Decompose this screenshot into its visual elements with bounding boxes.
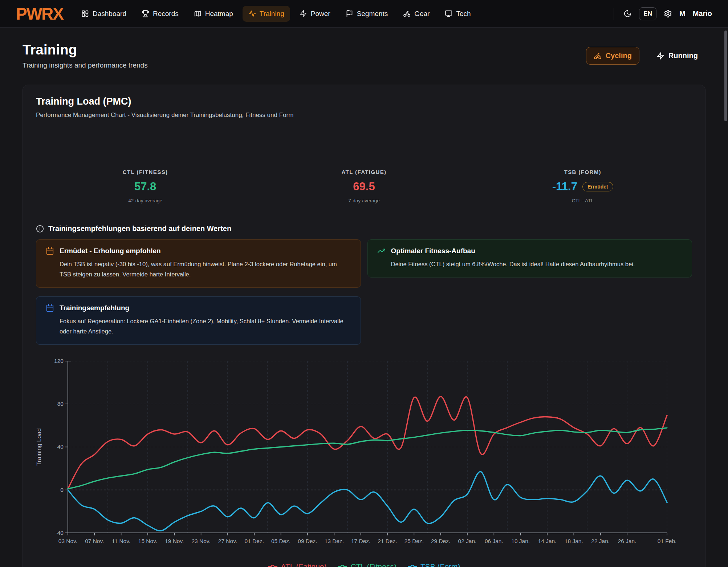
svg-text:07 Nov.: 07 Nov.: [85, 538, 104, 544]
main-content: Training Training insights and performan…: [0, 42, 728, 567]
svg-text:29 Dez.: 29 Dez.: [431, 538, 450, 544]
svg-text:120: 120: [54, 358, 64, 364]
running-button[interactable]: Running: [649, 47, 705, 65]
legend-item-tsb[interactable]: TSB (Form): [407, 562, 460, 567]
svg-text:09 Dez.: 09 Dez.: [298, 538, 317, 544]
legend-marker-icon: [268, 564, 278, 567]
card-title: Training Load (PMC): [36, 96, 692, 107]
trending-up-icon: [377, 247, 386, 255]
recommendation-card-training: Trainingsempfehlung Fokus auf Regenerati…: [36, 296, 361, 345]
svg-text:23 Nov.: 23 Nov.: [192, 538, 211, 544]
flag-icon: [346, 10, 353, 17]
rec-title: Optimaler Fitness-Aufbau: [391, 247, 475, 255]
legend-label: ATL (Fatigue): [281, 562, 326, 567]
main-nav: Dashboard Records Heatmap Training Power…: [76, 6, 477, 22]
nav-separator: [614, 8, 614, 20]
user-name: Mario: [693, 9, 712, 18]
monitor-icon: [445, 10, 452, 17]
legend-label: TSB (Form): [420, 562, 460, 567]
trophy-icon: [142, 10, 149, 17]
recommendations-grid: Ermüdet - Erholung empfohlen Dein TSB is…: [36, 239, 692, 345]
metric-ctl: CTL (FITNESS) 57.8 42-day average: [36, 169, 255, 203]
nav-item-segments[interactable]: Segments: [340, 6, 394, 22]
metric-label: ATL (FATIGUE): [255, 169, 473, 175]
running-label: Running: [668, 52, 698, 60]
theme-toggle-button[interactable]: [623, 9, 632, 18]
rec-body: Deine Fitness (CTL) steigt um 6.8%/Woche…: [391, 259, 678, 269]
pmc-chart-svg: 12080400-4003 Nov.07 Nov.11 Nov.15 Nov.1…: [36, 354, 692, 559]
nav-label: Gear: [414, 10, 430, 18]
language-switcher[interactable]: EN: [639, 7, 656, 20]
info-icon: [36, 225, 44, 233]
svg-text:05 Dez.: 05 Dez.: [271, 538, 290, 544]
metric-sub: 7-day average: [255, 198, 473, 203]
page-title: Training: [23, 42, 148, 58]
svg-text:11 Nov.: 11 Nov.: [112, 538, 130, 544]
nav-item-records[interactable]: Records: [136, 6, 184, 22]
svg-text:21 Dez.: 21 Dez.: [378, 538, 397, 544]
metric-sub: 42-day average: [36, 198, 255, 203]
svg-text:10 Jan.: 10 Jan.: [511, 538, 530, 544]
cycling-label: Cycling: [606, 52, 632, 60]
nav-item-training[interactable]: Training: [243, 6, 290, 22]
nav-label: Records: [153, 10, 179, 18]
settings-button[interactable]: [664, 9, 672, 18]
legend-item-atl[interactable]: ATL (Fatigue): [268, 562, 326, 567]
nav-item-dashboard[interactable]: Dashboard: [76, 6, 132, 22]
nav-label: Segments: [357, 10, 388, 18]
pmc-metrics: CTL (FITNESS) 57.8 42-day average ATL (F…: [36, 169, 692, 203]
app-logo[interactable]: PWRX: [16, 4, 63, 24]
nav-label: Power: [311, 10, 330, 18]
recommendation-card-fitness: Optimaler Fitness-Aufbau Deine Fitness (…: [367, 239, 692, 278]
svg-text:01 Dez.: 01 Dez.: [245, 538, 264, 544]
nav-label: Dashboard: [93, 10, 126, 18]
avatar: M: [679, 9, 686, 18]
svg-text:Training Load: Training Load: [36, 428, 42, 466]
status-badge: Ermüdet: [582, 182, 613, 191]
metric-tsb: TSB (FORM) -11.7 Ermüdet CTL - ATL: [473, 169, 692, 203]
user-menu[interactable]: M Mario: [679, 9, 712, 18]
metric-value: 57.8: [134, 180, 156, 193]
calendar-icon: [46, 247, 54, 255]
nav-item-heatmap[interactable]: Heatmap: [188, 6, 239, 22]
nav-right-cluster: EN M Mario: [611, 7, 712, 20]
svg-text:40: 40: [57, 444, 64, 450]
svg-text:22 Jan.: 22 Jan.: [591, 538, 610, 544]
svg-text:26 Jan.: 26 Jan.: [618, 538, 637, 544]
cycling-button[interactable]: Cycling: [586, 47, 639, 65]
zap-icon: [300, 10, 307, 17]
recommendations-header: Trainingsempfehlungen basierend auf dein…: [48, 224, 231, 233]
legend-marker-icon: [407, 564, 418, 567]
bike-icon: [403, 10, 411, 17]
rec-title: Trainingsempfehlung: [60, 304, 129, 312]
rec-body: Dein TSB ist negativ (-30 bis -10), was …: [60, 259, 346, 279]
nav-item-gear[interactable]: Gear: [397, 6, 435, 22]
metric-value: 69.5: [353, 180, 375, 193]
metric-label: TSB (FORM): [473, 169, 692, 175]
pmc-chart: 12080400-4003 Nov.07 Nov.11 Nov.15 Nov.1…: [36, 354, 692, 567]
nav-label: Tech: [456, 10, 471, 18]
activity-icon: [248, 10, 256, 17]
svg-text:01 Feb.: 01 Feb.: [658, 538, 676, 544]
card-subtitle: Performance Management Chart - Visualisi…: [36, 112, 692, 119]
nav-item-power[interactable]: Power: [294, 6, 336, 22]
dashboard-icon: [81, 10, 89, 17]
svg-text:27 Nov.: 27 Nov.: [218, 538, 237, 544]
nav-item-tech[interactable]: Tech: [439, 6, 476, 22]
svg-text:0: 0: [60, 487, 64, 493]
svg-text:18 Jan.: 18 Jan.: [565, 538, 583, 544]
metric-value: -11.7: [552, 180, 577, 193]
legend-item-ctl[interactable]: CTL (Fitness): [337, 562, 396, 567]
svg-text:-40: -40: [56, 530, 64, 536]
recommendation-card-fatigue: Ermüdet - Erholung empfohlen Dein TSB is…: [36, 239, 361, 288]
training-load-card: Training Load (PMC) Performance Manageme…: [23, 85, 705, 567]
bike-icon: [594, 52, 602, 60]
svg-text:14 Jan.: 14 Jan.: [538, 538, 557, 544]
nav-label: Training: [260, 10, 284, 18]
svg-text:03 Nov.: 03 Nov.: [58, 538, 77, 544]
moon-icon: [623, 9, 632, 18]
metric-sub: CTL - ATL: [473, 198, 692, 203]
scrollbar[interactable]: [724, 31, 727, 121]
svg-text:19 Nov.: 19 Nov.: [165, 538, 184, 544]
calendar-icon: [46, 304, 54, 312]
